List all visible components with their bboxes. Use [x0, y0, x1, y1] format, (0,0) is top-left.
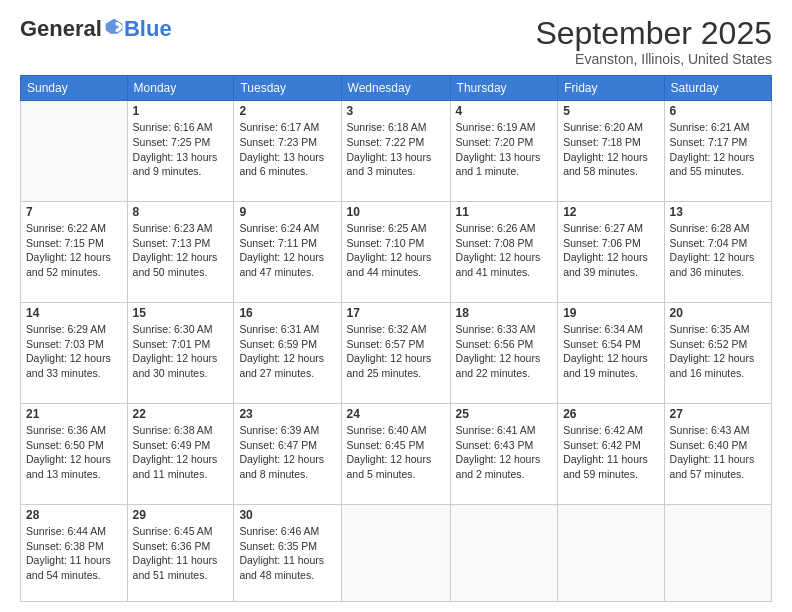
day-number: 5: [563, 104, 658, 118]
cell-info: Sunrise: 6:27 AMSunset: 7:06 PMDaylight:…: [563, 222, 648, 278]
calendar-cell: 20 Sunrise: 6:35 AMSunset: 6:52 PMDaylig…: [664, 303, 771, 404]
day-number: 22: [133, 407, 229, 421]
calendar-cell: 6 Sunrise: 6:21 AMSunset: 7:17 PMDayligh…: [664, 101, 771, 202]
cell-info: Sunrise: 6:44 AMSunset: 6:38 PMDaylight:…: [26, 525, 111, 581]
calendar-cell: 22 Sunrise: 6:38 AMSunset: 6:49 PMDaylig…: [127, 403, 234, 504]
day-number: 18: [456, 306, 553, 320]
calendar-cell: 27 Sunrise: 6:43 AMSunset: 6:40 PMDaylig…: [664, 403, 771, 504]
month-title: September 2025: [535, 16, 772, 51]
cell-info: Sunrise: 6:23 AMSunset: 7:13 PMDaylight:…: [133, 222, 218, 278]
cell-info: Sunrise: 6:26 AMSunset: 7:08 PMDaylight:…: [456, 222, 541, 278]
calendar-cell: [558, 504, 664, 601]
header-friday: Friday: [558, 76, 664, 101]
day-number: 12: [563, 205, 658, 219]
cell-info: Sunrise: 6:29 AMSunset: 7:03 PMDaylight:…: [26, 323, 111, 379]
calendar-cell: 26 Sunrise: 6:42 AMSunset: 6:42 PMDaylig…: [558, 403, 664, 504]
calendar-cell: 8 Sunrise: 6:23 AMSunset: 7:13 PMDayligh…: [127, 202, 234, 303]
calendar-week-row: 7 Sunrise: 6:22 AMSunset: 7:15 PMDayligh…: [21, 202, 772, 303]
cell-info: Sunrise: 6:18 AMSunset: 7:22 PMDaylight:…: [347, 121, 432, 177]
calendar-cell: 14 Sunrise: 6:29 AMSunset: 7:03 PMDaylig…: [21, 303, 128, 404]
cell-info: Sunrise: 6:28 AMSunset: 7:04 PMDaylight:…: [670, 222, 755, 278]
day-number: 21: [26, 407, 122, 421]
day-number: 6: [670, 104, 766, 118]
calendar-cell: 21 Sunrise: 6:36 AMSunset: 6:50 PMDaylig…: [21, 403, 128, 504]
calendar-cell: 29 Sunrise: 6:45 AMSunset: 6:36 PMDaylig…: [127, 504, 234, 601]
day-number: 15: [133, 306, 229, 320]
calendar-cell: 2 Sunrise: 6:17 AMSunset: 7:23 PMDayligh…: [234, 101, 341, 202]
cell-info: Sunrise: 6:46 AMSunset: 6:35 PMDaylight:…: [239, 525, 324, 581]
calendar-cell: 30 Sunrise: 6:46 AMSunset: 6:35 PMDaylig…: [234, 504, 341, 601]
day-number: 17: [347, 306, 445, 320]
day-number: 24: [347, 407, 445, 421]
header-monday: Monday: [127, 76, 234, 101]
logo-general: General: [20, 16, 102, 42]
calendar-table: Sunday Monday Tuesday Wednesday Thursday…: [20, 75, 772, 602]
day-number: 27: [670, 407, 766, 421]
calendar-cell: 10 Sunrise: 6:25 AMSunset: 7:10 PMDaylig…: [341, 202, 450, 303]
calendar-cell: 13 Sunrise: 6:28 AMSunset: 7:04 PMDaylig…: [664, 202, 771, 303]
header-wednesday: Wednesday: [341, 76, 450, 101]
calendar-cell: 17 Sunrise: 6:32 AMSunset: 6:57 PMDaylig…: [341, 303, 450, 404]
cell-info: Sunrise: 6:45 AMSunset: 6:36 PMDaylight:…: [133, 525, 218, 581]
cell-info: Sunrise: 6:32 AMSunset: 6:57 PMDaylight:…: [347, 323, 432, 379]
cell-info: Sunrise: 6:31 AMSunset: 6:59 PMDaylight:…: [239, 323, 324, 379]
day-number: 4: [456, 104, 553, 118]
location: Evanston, Illinois, United States: [535, 51, 772, 67]
cell-info: Sunrise: 6:17 AMSunset: 7:23 PMDaylight:…: [239, 121, 324, 177]
calendar-cell: 15 Sunrise: 6:30 AMSunset: 7:01 PMDaylig…: [127, 303, 234, 404]
cell-info: Sunrise: 6:33 AMSunset: 6:56 PMDaylight:…: [456, 323, 541, 379]
day-number: 30: [239, 508, 335, 522]
calendar-cell: 28 Sunrise: 6:44 AMSunset: 6:38 PMDaylig…: [21, 504, 128, 601]
calendar-cell: 5 Sunrise: 6:20 AMSunset: 7:18 PMDayligh…: [558, 101, 664, 202]
cell-info: Sunrise: 6:39 AMSunset: 6:47 PMDaylight:…: [239, 424, 324, 480]
cell-info: Sunrise: 6:34 AMSunset: 6:54 PMDaylight:…: [563, 323, 648, 379]
cell-info: Sunrise: 6:36 AMSunset: 6:50 PMDaylight:…: [26, 424, 111, 480]
day-number: 26: [563, 407, 658, 421]
header-saturday: Saturday: [664, 76, 771, 101]
cell-info: Sunrise: 6:41 AMSunset: 6:43 PMDaylight:…: [456, 424, 541, 480]
day-number: 8: [133, 205, 229, 219]
cell-info: Sunrise: 6:35 AMSunset: 6:52 PMDaylight:…: [670, 323, 755, 379]
calendar-cell: 24 Sunrise: 6:40 AMSunset: 6:45 PMDaylig…: [341, 403, 450, 504]
header-tuesday: Tuesday: [234, 76, 341, 101]
day-number: 9: [239, 205, 335, 219]
day-number: 16: [239, 306, 335, 320]
day-number: 23: [239, 407, 335, 421]
calendar-cell: [450, 504, 558, 601]
day-number: 1: [133, 104, 229, 118]
cell-info: Sunrise: 6:43 AMSunset: 6:40 PMDaylight:…: [670, 424, 755, 480]
cell-info: Sunrise: 6:40 AMSunset: 6:45 PMDaylight:…: [347, 424, 432, 480]
calendar-week-row: 28 Sunrise: 6:44 AMSunset: 6:38 PMDaylig…: [21, 504, 772, 601]
calendar-cell: 3 Sunrise: 6:18 AMSunset: 7:22 PMDayligh…: [341, 101, 450, 202]
header-thursday: Thursday: [450, 76, 558, 101]
calendar-cell: [341, 504, 450, 601]
calendar-week-row: 21 Sunrise: 6:36 AMSunset: 6:50 PMDaylig…: [21, 403, 772, 504]
day-number: 11: [456, 205, 553, 219]
day-number: 29: [133, 508, 229, 522]
calendar-cell: 25 Sunrise: 6:41 AMSunset: 6:43 PMDaylig…: [450, 403, 558, 504]
calendar-cell: 12 Sunrise: 6:27 AMSunset: 7:06 PMDaylig…: [558, 202, 664, 303]
day-number: 14: [26, 306, 122, 320]
cell-info: Sunrise: 6:25 AMSunset: 7:10 PMDaylight:…: [347, 222, 432, 278]
calendar-cell: 19 Sunrise: 6:34 AMSunset: 6:54 PMDaylig…: [558, 303, 664, 404]
calendar-cell: 11 Sunrise: 6:26 AMSunset: 7:08 PMDaylig…: [450, 202, 558, 303]
cell-info: Sunrise: 6:22 AMSunset: 7:15 PMDaylight:…: [26, 222, 111, 278]
logo: General Blue: [20, 16, 172, 42]
calendar-cell: 18 Sunrise: 6:33 AMSunset: 6:56 PMDaylig…: [450, 303, 558, 404]
calendar-cell: 9 Sunrise: 6:24 AMSunset: 7:11 PMDayligh…: [234, 202, 341, 303]
cell-info: Sunrise: 6:42 AMSunset: 6:42 PMDaylight:…: [563, 424, 648, 480]
calendar-week-row: 14 Sunrise: 6:29 AMSunset: 7:03 PMDaylig…: [21, 303, 772, 404]
calendar-cell: 16 Sunrise: 6:31 AMSunset: 6:59 PMDaylig…: [234, 303, 341, 404]
cell-info: Sunrise: 6:21 AMSunset: 7:17 PMDaylight:…: [670, 121, 755, 177]
page: General Blue September 2025 Evanston, Il…: [0, 0, 792, 612]
header: General Blue September 2025 Evanston, Il…: [20, 16, 772, 67]
day-number: 3: [347, 104, 445, 118]
cell-info: Sunrise: 6:30 AMSunset: 7:01 PMDaylight:…: [133, 323, 218, 379]
day-number: 2: [239, 104, 335, 118]
calendar-cell: 23 Sunrise: 6:39 AMSunset: 6:47 PMDaylig…: [234, 403, 341, 504]
day-number: 28: [26, 508, 122, 522]
cell-info: Sunrise: 6:16 AMSunset: 7:25 PMDaylight:…: [133, 121, 218, 177]
cell-info: Sunrise: 6:19 AMSunset: 7:20 PMDaylight:…: [456, 121, 541, 177]
calendar-cell: 1 Sunrise: 6:16 AMSunset: 7:25 PMDayligh…: [127, 101, 234, 202]
day-number: 10: [347, 205, 445, 219]
